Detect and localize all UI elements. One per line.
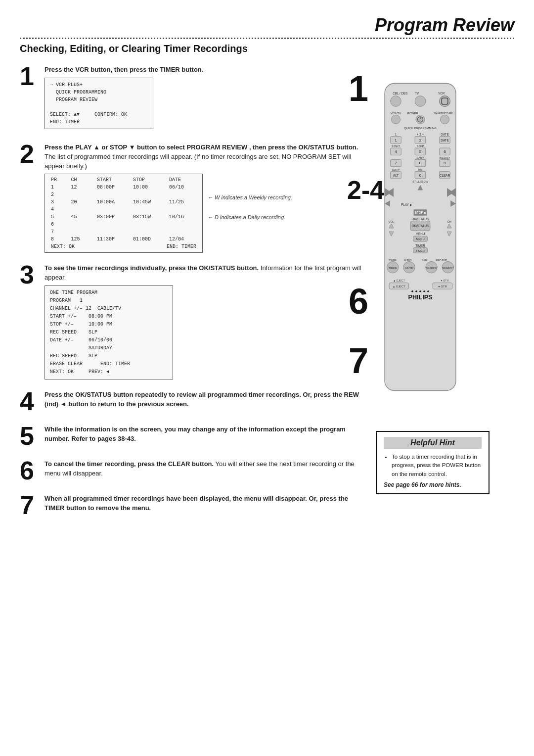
tv-button[interactable] bbox=[415, 96, 426, 107]
weekly-label: WEEKLY bbox=[439, 156, 450, 159]
svg-text:MUTE: MUTE bbox=[405, 267, 413, 270]
timer-recordings-table: PR CH START STOP DATE 11208:00P10:0006/1… bbox=[49, 176, 198, 250]
dotted-separator bbox=[20, 38, 514, 39]
detail-line: ONE TIME PROGRAM bbox=[50, 289, 168, 297]
col-ch: CH bbox=[69, 176, 95, 184]
swap-label: SWAP bbox=[392, 168, 400, 171]
detail-line: SATURDAY bbox=[50, 344, 168, 352]
step-4: 4 Press the OK/STATUS button repeatedly … bbox=[20, 388, 366, 414]
stop-label: STOP bbox=[417, 144, 424, 147]
screen-line bbox=[50, 103, 148, 111]
timer-label: TIMER bbox=[415, 244, 425, 247]
annotation-weekly-text: W indicates a Weekly recording. bbox=[215, 194, 292, 200]
still-slow-label: STILL/SLOW bbox=[412, 180, 429, 183]
ok-status-label: OK/STATUS bbox=[412, 217, 429, 221]
detail-line: START +/– 08:00 PM bbox=[50, 313, 168, 321]
page-header: Program Review bbox=[20, 15, 514, 36]
svg-text:4: 4 bbox=[395, 149, 397, 154]
svg-text:9: 9 bbox=[444, 161, 446, 165]
arrow-weekly: ← bbox=[208, 194, 215, 200]
quick-programming-label: QUICK PROGRAMMING bbox=[404, 127, 437, 130]
col-start: START bbox=[95, 176, 131, 184]
svg-text:TIMER: TIMER bbox=[389, 267, 397, 270]
step-7-number: 7 bbox=[20, 492, 39, 518]
ch-label: CH bbox=[447, 220, 451, 223]
eject-label: ▲ EJECT bbox=[393, 279, 405, 282]
detail-line: DATE +/– 06/10/00 bbox=[50, 336, 168, 344]
annotation-weekly: ← W indicates a Weekly recording. bbox=[208, 194, 292, 200]
timer2-label: TIMER bbox=[389, 259, 397, 262]
smartpicture-label: SMARTPICTURE bbox=[434, 112, 453, 115]
step-1-screen: → VCR PLUS+ QUICK PROGRAMMING PROGRAM RE… bbox=[44, 78, 153, 129]
cbl-dbs-button[interactable] bbox=[391, 96, 401, 107]
step-4-bold-text: Press the OK/STATUS button repeatedly to… bbox=[44, 391, 359, 408]
step-7-content: When all programmed timer recordings hav… bbox=[44, 492, 366, 518]
brand-logo: PHILIPS bbox=[408, 294, 433, 301]
step-5: 5 While the information is on the screen… bbox=[20, 423, 366, 449]
vcr-button[interactable] bbox=[440, 96, 450, 107]
step-1-content: Press the VCR button, then press the TIM… bbox=[44, 63, 366, 132]
section-heading: Checking, Editing, or Clearing Timer Rec… bbox=[20, 43, 514, 54]
step-5-number: 5 bbox=[20, 423, 39, 449]
play-label: PLAY ▶ bbox=[401, 203, 412, 206]
otr-label: ● OTR bbox=[441, 279, 448, 282]
svg-text:SEARCH: SEARCH bbox=[443, 267, 454, 270]
timer-table: PR CH START STOP DATE 11208:00P10:0006/1… bbox=[44, 174, 203, 253]
detail-line: CHANNEL +/– 12 CABLE/TV bbox=[50, 305, 168, 313]
table-header-row: PR CH START STOP DATE bbox=[49, 176, 198, 184]
vcr-tv-button[interactable] bbox=[392, 115, 400, 124]
detail-line: PROGRAM 1 bbox=[50, 297, 168, 305]
svg-text:● OTR: ● OTR bbox=[438, 285, 447, 288]
power-button[interactable] bbox=[416, 115, 425, 124]
step-3: 3 To see the timer recordings individual… bbox=[20, 262, 366, 379]
step-6-content: To cancel the timer recording, press the… bbox=[44, 458, 366, 483]
audio-label: AUDIO bbox=[404, 259, 412, 262]
arrow-daily: ← bbox=[208, 214, 215, 220]
svg-text:DATE: DATE bbox=[441, 139, 448, 142]
svg-text:MENU: MENU bbox=[416, 237, 424, 240]
detail-line: STOP +/– 10:00 PM bbox=[50, 321, 168, 329]
see-page: See page 66 for more hints. bbox=[384, 481, 482, 488]
screen-line: → VCR PLUS+ bbox=[50, 81, 148, 89]
timer-table-wrapper: PR CH START STOP DATE 11208:00P10:0006/1… bbox=[44, 174, 366, 253]
vcr-tv-label: VCR/TV bbox=[391, 112, 401, 115]
table-row: 4 bbox=[49, 206, 198, 213]
hint-list: To stop a timer recording that is in pro… bbox=[384, 453, 482, 478]
detail-line: NEXT: OK PREV: ◄ bbox=[50, 368, 168, 376]
step-4-number: 4 bbox=[20, 388, 39, 414]
svg-text:TIMER: TIMER bbox=[416, 249, 425, 252]
step-2: 2 Press the PLAY ▲ or STOP ▼ button to s… bbox=[20, 141, 366, 253]
step-6-bold-text: To cancel the timer recording, press the… bbox=[44, 460, 214, 468]
page-container: Program Review Checking, Editing, or Cle… bbox=[0, 0, 534, 756]
screen-line: QUICK PROGRAMMING bbox=[50, 89, 148, 96]
svg-text:0: 0 bbox=[419, 173, 422, 178]
step-1-number: 1 bbox=[20, 63, 39, 132]
col-date: DATE bbox=[167, 176, 198, 184]
table-footer-row: NEXT: OK END: TIMER bbox=[49, 243, 198, 250]
num-2-label: + 2 + bbox=[417, 133, 424, 136]
table-row: 54503:00P03:15W10/16 bbox=[49, 213, 198, 221]
step-3-content: To see the timer recordings individually… bbox=[44, 262, 366, 379]
annotation-daily: ← D indicates a Daily recording. bbox=[208, 214, 285, 220]
main-layout: 1 Press the VCR button, then press the T… bbox=[20, 63, 514, 527]
step-7: 7 When all programmed timer recordings h… bbox=[20, 492, 366, 518]
right-column: 1 6 7 2-4 CBL / DBS TV VCR VCR/TV P bbox=[376, 63, 514, 527]
svg-text:OK/STATUS: OK/STATUS bbox=[412, 224, 429, 228]
big-num-1: 1 bbox=[349, 68, 368, 109]
smartpicture-button[interactable] bbox=[441, 115, 449, 124]
remote-control: CBL / DBS TV VCR VCR/TV POWER SMARTPICTU… bbox=[376, 63, 465, 420]
svg-text:ALT: ALT bbox=[393, 174, 399, 177]
step-5-bold-text: While the information is on the screen, … bbox=[44, 425, 346, 442]
big-num-24: 2-4 bbox=[347, 177, 384, 203]
start-label: START bbox=[392, 144, 400, 147]
table-row: 32010:00A10:45W11/25 bbox=[49, 198, 198, 206]
svg-text:▲ EJECT: ▲ EJECT bbox=[393, 285, 405, 288]
step-1: 1 Press the VCR button, then press the T… bbox=[20, 63, 366, 132]
svg-text:STOP ■: STOP ■ bbox=[415, 211, 426, 214]
step-5-content: While the information is on the screen, … bbox=[44, 423, 366, 449]
vol-label: VOL bbox=[389, 220, 395, 223]
detail-line: ERASE CLEAR END: TIMER bbox=[50, 360, 168, 368]
big-num-6: 6 bbox=[349, 281, 368, 322]
step-2-number: 2 bbox=[20, 141, 39, 253]
screen-line: PROGRAM REVIEW bbox=[50, 96, 148, 103]
